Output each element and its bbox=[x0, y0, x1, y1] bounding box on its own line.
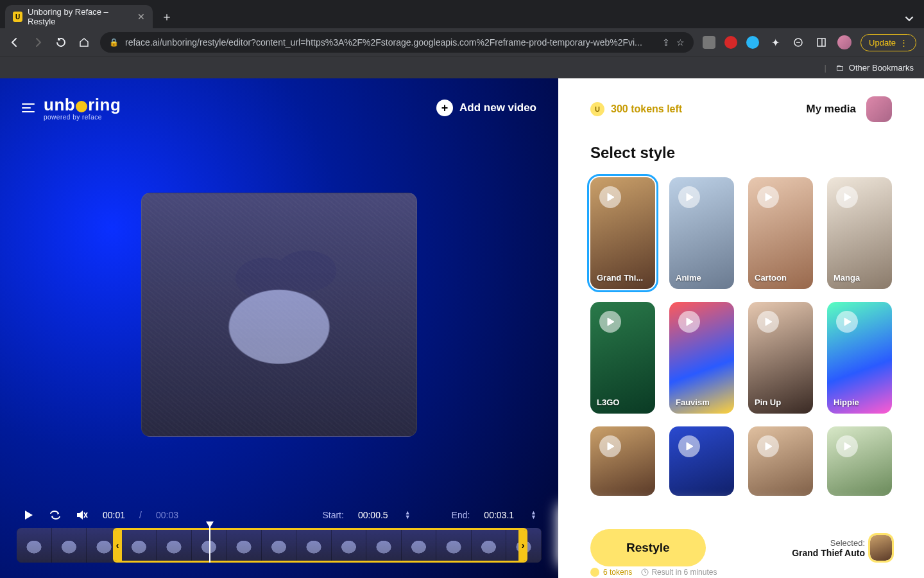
end-label: End: bbox=[452, 510, 470, 520]
logo-o-icon bbox=[76, 101, 87, 112]
logo[interactable]: unbring bbox=[44, 95, 121, 115]
extension-icon[interactable] bbox=[724, 36, 737, 49]
back-button[interactable] bbox=[8, 35, 22, 49]
browser-toolbar: 🔒 reface.ai/unboring/restyle/editor?cont… bbox=[0, 28, 924, 57]
loop-icon[interactable] bbox=[49, 509, 62, 521]
selected-thumb bbox=[870, 535, 892, 561]
other-bookmarks[interactable]: Other Bookmarks bbox=[849, 63, 914, 73]
address-bar[interactable]: 🔒 reface.ai/unboring/restyle/editor?cont… bbox=[100, 32, 694, 53]
style-card[interactable] bbox=[748, 426, 813, 496]
preview-frame[interactable] bbox=[141, 193, 417, 437]
my-media-link[interactable]: My media bbox=[807, 103, 856, 116]
home-button[interactable] bbox=[77, 35, 91, 49]
browser-tab[interactable]: U Unboring by Reface – Restyle ✕ bbox=[5, 5, 153, 28]
new-tab-button[interactable]: ＋ bbox=[158, 8, 176, 26]
user-avatar[interactable] bbox=[866, 96, 892, 122]
menu-icon[interactable] bbox=[22, 103, 35, 112]
play-icon bbox=[836, 311, 858, 333]
favicon: U bbox=[13, 12, 22, 22]
plus-icon: + bbox=[436, 100, 453, 116]
folder-icon: 🗀 bbox=[835, 63, 844, 73]
time-separator: / bbox=[139, 510, 142, 520]
style-card[interactable] bbox=[590, 426, 655, 496]
style-card[interactable]: L3GO bbox=[590, 302, 655, 414]
playhead[interactable] bbox=[209, 523, 210, 563]
style-card[interactable] bbox=[827, 426, 892, 496]
kebab-icon: ⋮ bbox=[900, 38, 908, 48]
style-card[interactable]: Pin Up bbox=[748, 302, 813, 414]
style-card[interactable]: Manga bbox=[827, 177, 892, 289]
play-icon bbox=[599, 311, 621, 333]
tokens-text: 300 tokens left bbox=[611, 103, 682, 115]
forward-button[interactable] bbox=[31, 35, 45, 49]
timeline-selection[interactable]: ‹ › bbox=[113, 528, 527, 563]
trim-handle-right[interactable]: › bbox=[518, 530, 527, 561]
share-icon[interactable]: ⇪ bbox=[662, 37, 670, 48]
start-value: 00:00.5 bbox=[358, 510, 388, 520]
play-icon bbox=[678, 435, 700, 457]
play-icon bbox=[836, 435, 858, 457]
mute-icon[interactable] bbox=[76, 509, 89, 521]
time-current: 00:01 bbox=[103, 510, 125, 520]
trim-handle-left[interactable]: ‹ bbox=[113, 530, 122, 561]
lock-icon: 🔒 bbox=[109, 38, 119, 47]
style-label: Anime bbox=[676, 273, 728, 283]
tokens-badge[interactable]: U 300 tokens left bbox=[590, 102, 682, 116]
end-value: 00:03.1 bbox=[484, 510, 514, 520]
selected-label: Selected: bbox=[792, 538, 865, 548]
cost-text: 6 tokens bbox=[603, 568, 632, 577]
style-label: Grand Thi... bbox=[597, 273, 649, 283]
editor-panel: unbring powered by reface + Add new vide… bbox=[0, 78, 558, 578]
tabs-dropdown-icon[interactable] bbox=[905, 14, 914, 23]
tab-title: Unboring by Reface – Restyle bbox=[28, 7, 132, 26]
style-card[interactable]: Fauvism bbox=[669, 302, 734, 414]
style-label: Cartoon bbox=[755, 273, 807, 283]
timeline[interactable]: ‹ › bbox=[17, 528, 542, 563]
update-label: Update bbox=[869, 38, 896, 48]
bookmark-star-icon[interactable]: ☆ bbox=[676, 37, 685, 48]
play-icon bbox=[836, 186, 858, 208]
play-icon bbox=[757, 186, 779, 208]
update-button[interactable]: Update ⋮ bbox=[860, 34, 916, 51]
style-panel: U 300 tokens left My media Select style … bbox=[558, 78, 924, 578]
style-card[interactable]: Anime bbox=[669, 177, 734, 289]
style-label: Hippie bbox=[834, 398, 886, 407]
time-duration: 00:03 bbox=[156, 510, 178, 520]
style-label: Fauvism bbox=[676, 398, 728, 407]
svg-rect-1 bbox=[817, 39, 825, 46]
style-card[interactable] bbox=[669, 426, 734, 496]
play-icon bbox=[678, 186, 700, 208]
extension-icon[interactable] bbox=[791, 35, 805, 49]
coin-icon bbox=[590, 568, 599, 577]
play-icon bbox=[599, 435, 621, 457]
url-text: reface.ai/unboring/restyle/editor?conten… bbox=[125, 37, 656, 48]
style-card[interactable]: Grand Thi... bbox=[590, 177, 655, 289]
bookmarks-bar: | 🗀 Other Bookmarks bbox=[0, 57, 924, 78]
sidepanel-icon[interactable] bbox=[814, 35, 828, 49]
browser-tab-bar: U Unboring by Reface – Restyle ✕ ＋ bbox=[0, 0, 924, 28]
style-label: L3GO bbox=[597, 398, 649, 407]
style-card[interactable]: Cartoon bbox=[748, 177, 813, 289]
play-icon bbox=[757, 311, 779, 333]
play-icon bbox=[757, 435, 779, 457]
select-style-title: Select style bbox=[590, 144, 892, 162]
video-preview bbox=[0, 127, 558, 502]
play-icon bbox=[599, 186, 621, 208]
add-video-button[interactable]: + Add new video bbox=[436, 100, 536, 116]
extensions-icon[interactable]: ✦ bbox=[768, 35, 782, 49]
close-tab-icon[interactable]: ✕ bbox=[137, 12, 145, 22]
end-stepper[interactable]: ▲▼ bbox=[531, 511, 536, 520]
extension-icon[interactable] bbox=[703, 36, 715, 49]
play-icon bbox=[678, 311, 700, 333]
play-icon[interactable] bbox=[22, 509, 35, 521]
style-label: Manga bbox=[834, 273, 886, 283]
extension-icon[interactable] bbox=[746, 36, 759, 49]
style-card[interactable]: Hippie bbox=[827, 302, 892, 414]
style-label: Pin Up bbox=[755, 398, 807, 407]
clock-icon bbox=[641, 568, 649, 576]
selected-value: Grand Thief Auto bbox=[792, 548, 865, 558]
profile-avatar[interactable] bbox=[837, 35, 851, 49]
start-stepper[interactable]: ▲▼ bbox=[405, 511, 411, 520]
reload-button[interactable] bbox=[54, 35, 68, 49]
restyle-button[interactable]: Restyle bbox=[590, 529, 706, 566]
